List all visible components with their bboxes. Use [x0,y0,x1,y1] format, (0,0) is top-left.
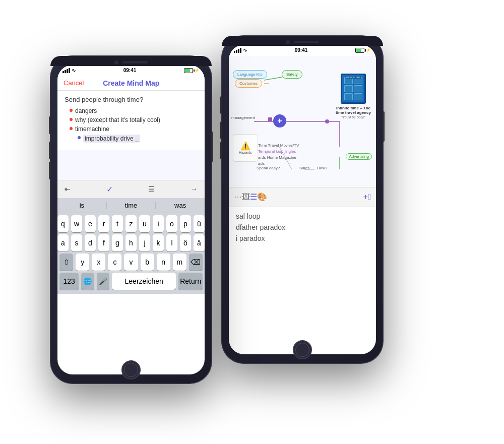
key-v[interactable]: v [124,253,138,271]
wifi-icon: ∿ [72,68,76,73]
cancel-button[interactable]: Cancel [64,79,84,87]
node-language-kits[interactable]: Language kits [233,70,267,79]
bullet-item-3: timemachine [70,125,198,133]
node-costumes[interactable]: Costumes [235,79,262,88]
key-c[interactable]: c [108,253,121,271]
bullet-text-2: why (except that it's totally cool) [75,116,160,123]
key-b[interactable]: b [141,253,154,271]
home-button-left[interactable] [121,360,141,379]
speaker-right [294,41,319,43]
battery-area-right: ⚡ [355,48,371,53]
tardis-window-4 [354,85,362,92]
key-y[interactable]: y [76,253,89,271]
signal-bars [62,68,70,73]
key-a[interactable]: a [57,234,69,251]
key-s[interactable]: s [71,234,82,251]
key-z[interactable]: z [125,215,137,232]
battery-fill [185,69,191,72]
bullet-item-2: why (except that it's totally cool) [70,116,198,123]
bullet-text-3: timemachine [75,125,109,133]
hazards-box[interactable]: ⚠️ Hazards [233,134,258,162]
key-mic[interactable]: 🎤 [97,273,109,290]
key-r[interactable]: r [98,215,109,232]
toolbar-right-arrow-icon[interactable]: → [191,185,198,193]
key-t[interactable]: t [112,215,123,232]
key-l[interactable]: l [166,234,177,251]
camera [114,60,118,65]
signal-bars-right [234,48,241,53]
key-globe[interactable]: 🌐 [81,273,94,290]
bullet-dot-1 [70,109,73,112]
battery-fill-right [356,49,362,52]
image-icon[interactable]: 🖼 [242,193,250,202]
key-ae[interactable]: ä [194,234,205,251]
hazards-label: Hazards [239,151,252,154]
key-n[interactable]: n [157,253,170,271]
list-icon[interactable]: ☰ [250,192,257,202]
tardis-quote: "You'll be back" [336,115,371,119]
advertising-tag[interactable]: Advertising [346,153,372,160]
input-area[interactable]: Send people through time? dangers why (e… [57,91,205,150]
bullet-dot-2 [70,118,73,121]
status-bar-left: ∿ 09:41 ⚡ [57,65,205,76]
node-safety[interactable]: Safety [282,70,302,79]
key-j[interactable]: j [139,234,150,251]
home-button-right[interactable] [293,340,312,359]
hazard-icon: ⚠️ [240,141,250,151]
dots-icon[interactable]: ⋯ [234,192,242,202]
right-toolbar: ⋯ 🖼 ☰ 🎨 +⃝ [229,187,376,207]
key-delete[interactable]: ⌫ [189,253,203,271]
key-d[interactable]: d [85,234,96,251]
key-e[interactable]: e [85,215,96,232]
plus-button[interactable]: + [273,114,286,128]
key-oe[interactable]: ö [180,234,191,251]
key-p[interactable]: p [180,215,191,232]
status-left-right: ∿ [234,47,247,53]
active-input-line[interactable]: improbability drive _ [83,135,140,143]
key-return[interactable]: Return [178,273,203,290]
paint-icon[interactable]: 🎨 [257,192,267,202]
nav-bar-left: Cancel Create Mind Map [57,76,205,91]
key-q[interactable]: q [57,215,69,232]
bar4r [240,48,241,53]
key-h[interactable]: h [125,234,137,251]
tardis-window-6 [354,93,362,100]
key-space[interactable]: Leerzeichen [112,273,176,290]
toolbar-list-icon[interactable]: ☰ [148,185,155,193]
tardis-icon: INFINITE TIME [341,74,366,104]
mindmap-area[interactable]: Language kits Costumes Safety management… [229,56,376,187]
key-w[interactable]: w [71,215,82,232]
key-f[interactable]: f [98,234,109,251]
key-ue[interactable]: ü [194,215,205,232]
autocomplete-time[interactable]: time [107,202,156,209]
key-m[interactable]: m [173,253,186,271]
key-g[interactable]: g [112,234,123,251]
bullet-item-1: dangers [70,107,198,114]
time-left: 09:41 [123,68,137,73]
tardis-window-5 [344,93,353,100]
bullet-dot-3 [70,127,73,130]
autocomplete-was[interactable]: was [156,202,205,209]
toolbar-check-icon[interactable]: ✓ [106,184,113,194]
key-u[interactable]: u [139,215,150,232]
battery-right [355,48,364,53]
node-management[interactable]: management [231,115,255,120]
keyboard[interactable]: q w e r t z u i o p ü a s d f g [57,213,205,294]
key-o[interactable]: o [166,215,177,232]
charging-icon-right: ⚡ [366,48,371,52]
key-123[interactable]: 123 [59,273,79,290]
node-sales: Sales [299,166,309,170]
autocomplete-is[interactable]: is [57,202,107,209]
add-icon[interactable]: +⃝ [363,193,371,202]
key-i[interactable]: i [153,215,164,232]
tardis-caption: Infinite time – The time travel agency [336,106,371,115]
status-bar-right: ∿ 09:41 ⚡ [229,45,376,56]
key-x[interactable]: x [92,253,105,271]
bar3 [67,69,68,73]
toolbar-left-arrow-icon[interactable]: ⇤ [65,185,71,193]
node-movies: Time Travel Movies/TV [258,143,299,148]
mgmt-dot [268,117,272,121]
speaker [122,61,148,64]
key-shift[interactable]: ⇧ [59,253,73,271]
key-k[interactable]: k [153,234,164,251]
